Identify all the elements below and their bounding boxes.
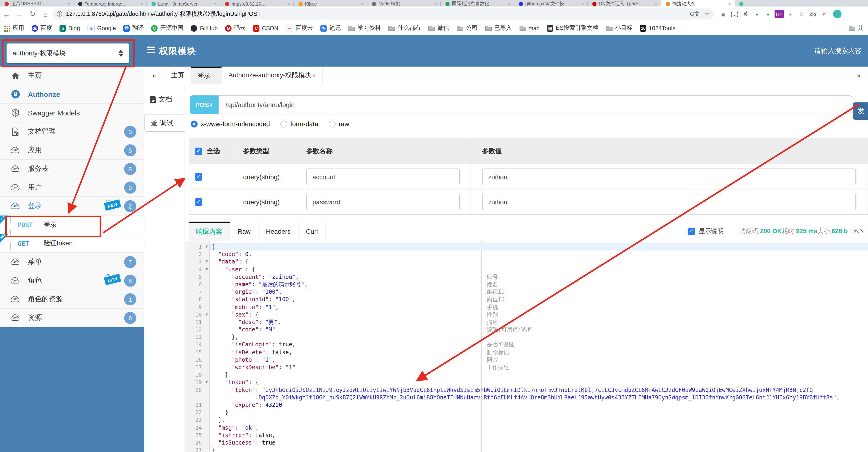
response-tab-Curl[interactable]: Curl [299,222,326,241]
sidebar-item-登录[interactable]: API登录NEW2 [0,197,144,216]
browser-tab[interactable]: github pack 文件恢…× [514,0,588,6]
extension-icon[interactable]: ✳ [819,10,829,18]
extension-icon[interactable]: ● [764,10,773,18]
bookmark-item[interactable]: du百度 [32,24,52,32]
fold-icon[interactable]: ▼ [206,379,208,386]
browser-tab[interactable]: Kibee× [294,0,367,6]
response-editor[interactable]: 1▼23▼4▼5678910▼111213141516171819▼202122… [185,241,868,452]
bookmark-item[interactable]: 学习资料 [348,24,381,32]
browser-tab[interactable]: CN文件迁入（pack…× [588,0,661,6]
sidebar-endpoint-登录[interactable]: NEWPOST登录 [0,216,144,234]
bookmark-item[interactable]: GitHub [191,25,218,31]
bookmark-folder-more[interactable]: 其 [848,24,863,32]
home-icon[interactable]: ⌂ [39,10,52,18]
tab-close-icon[interactable]: × [508,1,510,6]
fold-icon[interactable]: ▼ [206,243,208,250]
response-tab-Raw[interactable]: Raw [230,222,258,241]
show-desc-checkbox[interactable]: ✓ [687,227,695,235]
reload-icon[interactable]: ↻ [26,10,39,18]
bookmark-item[interactable]: GGoogle [87,24,116,32]
request-url-input[interactable]: /api/authority/anno/login [218,95,852,114]
module-selector[interactable]: authority-权限模块 [6,43,129,63]
sidebar-endpoint-验证token[interactable]: NEWGET验证token [0,234,144,253]
address-bar[interactable]: ⓘ 127.0.0.1:8760/api/gate/doc.html#/auth… [52,8,714,20]
tab-close-icon[interactable]: × [581,1,584,6]
bookmark-item[interactable]: 什么都有 [388,24,421,32]
browser-tab[interactable]: Node 框架…× [367,0,441,6]
sidebar-item-Swagger Models[interactable]: Swagger Models [0,104,144,122]
url-text[interactable]: 127.0.0.1:8760/api/gate/doc.html#/author… [66,10,685,18]
bookmark-item[interactable]: 已导入 [485,24,512,32]
browser-tab[interactable] [735,0,808,6]
radio-form-data[interactable] [280,120,287,127]
sidebar-item-菜单[interactable]: API菜单7 [0,253,144,272]
sidebar-item-Authorize[interactable]: Authorize [0,85,144,104]
browser-tab[interactable]: Temporary Interac…× [73,0,147,6]
bookmark-item[interactable]: 译翻译 [123,24,144,32]
bookmark-item[interactable]: bBing [60,25,80,31]
send-button[interactable]: 发 [853,103,868,120]
bookmark-item[interactable]: 微信 [428,24,449,32]
radio-raw[interactable] [329,120,335,127]
bookmark-item[interactable]: 应用 [4,24,24,32]
back-icon[interactable]: ← [0,10,13,18]
doc-tab-主页[interactable]: 主页 [164,66,191,84]
menu-icon[interactable] [147,47,155,53]
param-name-input[interactable]: account [306,168,460,185]
tab-close-icon[interactable]: × [313,73,316,78]
site-info-icon[interactable]: ⓘ [57,10,62,18]
bookmark-item[interactable]: ▤ES搜索引擎文档 [547,24,598,32]
extension-icon[interactable]: ● [786,10,795,18]
bookmark-item[interactable]: G码云 [225,24,246,32]
bookmark-item[interactable]: mac [519,25,539,31]
fullscreen-icon[interactable]: ⇱⇲ [854,228,864,235]
expand-tabs-icon[interactable]: » [849,66,868,84]
param-checkbox[interactable]: ✓ [195,198,202,205]
doc-nav-调试[interactable]: 调试 [144,114,185,132]
bookmark-item[interactable]: 101024Tools [640,25,675,31]
extension-icon[interactable]: RP [775,10,784,18]
bookmark-item[interactable]: 公司 [457,24,477,32]
fold-icon[interactable]: ▼ [206,265,208,273]
tab-close-icon[interactable]: × [361,1,364,6]
bookmark-item[interactable]: 小目标 [606,24,632,32]
tab-close-icon[interactable]: × [141,1,143,6]
tab-close-icon[interactable]: × [67,1,70,6]
param-name-input[interactable]: password [306,193,460,210]
radio-x-www-form-urlencoded[interactable] [191,120,197,127]
browser-tab[interactable]: 国际化消息参数化…× [441,0,514,6]
tab-close-icon[interactable]: × [287,1,290,6]
param-value-input[interactable]: zuihou [482,168,856,185]
extension-icon[interactable]: 英 [741,10,750,18]
extension-icon[interactable]: Zip [808,10,817,18]
doc-nav-文档[interactable]: 文档 [144,91,185,108]
param-value-input[interactable]: zuihou [482,193,856,210]
profile-avatar[interactable] [833,10,841,18]
extension-icon[interactable]: {…} [730,10,739,18]
sidebar-item-文档管理[interactable]: 文档管理3 [0,122,144,141]
response-tab-响应内容[interactable]: 响应内容 [189,222,230,241]
fold-icon[interactable]: ▼ [206,258,208,265]
bookmark-item[interactable]: ∞百度云 [286,24,313,32]
select-all-checkbox[interactable]: ✓ [195,147,202,155]
bookmark-item[interactable]: C开源中国 [151,24,183,32]
response-tab-Headers[interactable]: Headers [258,222,299,241]
param-checkbox[interactable]: ✓ [195,173,202,180]
extension-icon[interactable]: ● [752,10,762,18]
extension-icon[interactable]: M [797,10,806,18]
tab-close-icon[interactable]: × [214,1,217,6]
doc-tab-Authorize-authority-权限模块[interactable]: Authorize-authority-权限模块× [222,66,323,84]
tab-close-icon[interactable]: × [434,1,437,6]
browser-tab[interactable]: 快捷键大全× [661,0,735,6]
tab-close-icon[interactable]: × [655,1,657,6]
bookmark-star-icon[interactable]: ☆ [704,11,710,17]
translate-icon[interactable]: G文 [690,10,700,18]
sidebar-item-角色[interactable]: API角色NEW8 [0,272,144,290]
bookmark-item[interactable]: CCSDN [253,25,278,31]
bookmark-item[interactable]: ✎笔记 [320,24,341,32]
browser-tab[interactable]: Luna - JumpServer× [147,0,220,6]
doc-tab-登录[interactable]: 登录× [191,66,222,84]
browser-tab[interactable]: 运营/JSESSIO…× [0,0,73,6]
collapse-tabs-icon[interactable]: « [144,66,164,84]
sidebar-item-主页[interactable]: 主页 [0,66,144,85]
